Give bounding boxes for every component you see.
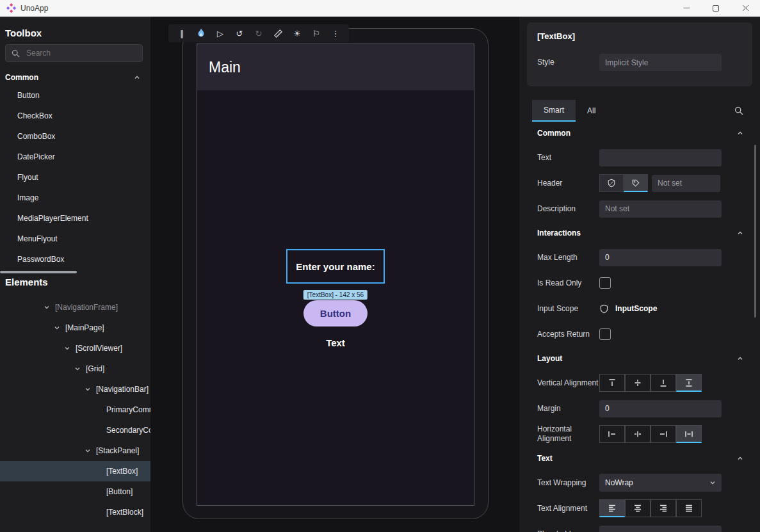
- chevron-down-icon[interactable]: [54, 325, 61, 331]
- tree-item-label: [ScrollViewer]: [76, 344, 122, 353]
- text-wrapping-dropdown[interactable]: NoWrap: [599, 474, 722, 492]
- header-input[interactable]: [652, 175, 720, 192]
- align-right-button[interactable]: [651, 425, 676, 443]
- header-tag-button[interactable]: [624, 174, 648, 192]
- margin-input[interactable]: [599, 400, 722, 417]
- play-icon[interactable]: ▷: [211, 24, 230, 42]
- text-align-justify-button[interactable]: [676, 499, 702, 517]
- text-align-center-button[interactable]: [625, 499, 651, 517]
- chevron-down-icon[interactable]: [85, 386, 92, 392]
- kebab-menu-icon[interactable]: ⋮: [326, 24, 345, 42]
- tab-smart[interactable]: Smart: [532, 100, 576, 122]
- design-surface[interactable]: Enter your name: [TextBox] - 142 x 56 Bu…: [197, 90, 474, 505]
- design-button[interactable]: Button: [303, 300, 368, 326]
- placeholder-row: Placeholder: [519, 521, 760, 532]
- tree-item-navigationframe[interactable]: [NavigationFrame]: [0, 297, 150, 318]
- align-vcenter-button[interactable]: [625, 374, 651, 392]
- tree-item-label: [Button]: [106, 487, 133, 496]
- toolbox-item-button[interactable]: Button: [0, 85, 150, 106]
- selected-element-card: [TextBox] Style: [527, 22, 752, 86]
- text-align-left-button[interactable]: [599, 499, 625, 517]
- placeholder-input[interactable]: [599, 526, 722, 532]
- phone-frame: Main Enter your name: [TextBox] - 142 x …: [182, 28, 489, 519]
- text-align-left-icon: [607, 503, 617, 513]
- undo-icon[interactable]: ↺: [230, 24, 249, 42]
- textbox-text: Enter your name:: [296, 261, 375, 272]
- chevron-up-icon: [737, 130, 743, 136]
- text-wrapping-row: Text Wrapping NoWrap: [519, 470, 760, 496]
- align-left-button[interactable]: [599, 425, 625, 443]
- text-input[interactable]: [599, 149, 722, 166]
- align-top-button[interactable]: [599, 374, 625, 392]
- toolbox-item-combobox[interactable]: ComboBox: [0, 126, 150, 147]
- text-align-right-button[interactable]: [651, 499, 676, 517]
- maximize-button[interactable]: [701, 0, 731, 16]
- tree-item-primarycommands[interactable]: PrimaryComm: [0, 399, 150, 420]
- section-common[interactable]: Common: [519, 122, 760, 145]
- align-vcenter-icon: [633, 378, 643, 388]
- minimize-button[interactable]: [672, 0, 701, 16]
- tree-item-scrollviewer[interactable]: [ScrollViewer]: [0, 338, 150, 359]
- theme-icon[interactable]: ☀: [287, 24, 307, 42]
- inspector-scrollbar[interactable]: [754, 145, 756, 318]
- align-hcenter-button[interactable]: [625, 425, 651, 443]
- flag-icon[interactable]: ⚐: [307, 24, 326, 42]
- shield-icon[interactable]: [599, 304, 609, 314]
- toolbox-search-box[interactable]: [5, 44, 143, 62]
- redo-icon[interactable]: ↻: [249, 24, 268, 42]
- drag-handle-icon[interactable]: ∥: [172, 24, 191, 42]
- tree-item-label: PrimaryComm: [106, 405, 150, 414]
- chevron-down-icon[interactable]: [85, 447, 92, 454]
- toolbox-item-flyout[interactable]: Flyout: [0, 167, 150, 188]
- tree-item-textblock[interactable]: [TextBlock]: [0, 502, 150, 522]
- tree-item-label: [NavigationBar]: [96, 385, 149, 394]
- toolbox-item-image[interactable]: Image: [0, 188, 150, 208]
- toolbox-item-menuflyout[interactable]: MenuFlyout: [0, 229, 150, 249]
- section-text[interactable]: Text: [519, 447, 760, 470]
- align-hstretch-button[interactable]: [676, 425, 702, 443]
- accepts-return-checkbox[interactable]: [599, 328, 611, 340]
- description-input[interactable]: [599, 200, 722, 218]
- tree-item-grid[interactable]: [Grid]: [0, 359, 150, 379]
- input-scope-value[interactable]: InputScope: [615, 304, 657, 313]
- align-vstretch-button[interactable]: [676, 374, 702, 392]
- chevron-down-icon[interactable]: [64, 345, 72, 351]
- tree-item-navigationbar[interactable]: [NavigationBar]: [0, 379, 150, 399]
- selected-textbox[interactable]: Enter your name:: [286, 249, 385, 284]
- search-input[interactable]: [25, 48, 136, 58]
- align-bottom-button[interactable]: [651, 374, 676, 392]
- tab-all[interactable]: All: [576, 100, 607, 122]
- max-length-input[interactable]: [599, 249, 722, 266]
- hot-reload-flame-icon[interactable]: [191, 24, 211, 42]
- tree-item-button[interactable]: [Button]: [0, 481, 150, 502]
- navigation-bar[interactable]: Main: [197, 44, 474, 90]
- input-scope-row: Input Scope InputScope: [519, 296, 760, 321]
- section-layout[interactable]: Layout: [519, 347, 760, 370]
- toolbox-item-datepicker[interactable]: DatePicker: [0, 147, 150, 167]
- inspector-search-icon[interactable]: [734, 106, 743, 115]
- toolbox-item-checkbox[interactable]: CheckBox: [0, 106, 150, 126]
- input-scope-label: Input Scope: [537, 304, 599, 314]
- selection-size-badge: [TextBox] - 142 x 56: [303, 290, 368, 300]
- tree-item-label: [Grid]: [86, 364, 104, 373]
- toolbox-item-mediaplayerelement[interactable]: MediaPlayerElement: [0, 208, 150, 229]
- style-input[interactable]: [599, 54, 722, 71]
- margin-label: Margin: [537, 404, 599, 414]
- tree-item-mainpage[interactable]: [MainPage]: [0, 318, 150, 338]
- chevron-down-icon[interactable]: [44, 304, 51, 310]
- text-align-justify-icon: [684, 503, 694, 513]
- header-shield-button[interactable]: [599, 174, 624, 192]
- read-only-checkbox[interactable]: [599, 277, 611, 289]
- tree-item-secondarycommands[interactable]: SecondaryCo: [0, 420, 150, 440]
- close-button[interactable]: [731, 0, 760, 16]
- design-textblock[interactable]: Text: [326, 337, 345, 348]
- toolbox-scrollbar[interactable]: [0, 271, 77, 273]
- section-interactions[interactable]: Interactions: [519, 222, 760, 245]
- ruler-icon[interactable]: [268, 24, 287, 42]
- chevron-up-icon: [737, 455, 743, 462]
- toolbox-section-common[interactable]: Common: [0, 70, 150, 85]
- toolbox-item-passwordbox[interactable]: PasswordBox: [0, 249, 150, 270]
- tree-item-stackpanel[interactable]: [StackPanel]: [0, 440, 150, 461]
- chevron-down-icon[interactable]: [74, 366, 82, 372]
- tree-item-textbox-selected[interactable]: [TextBox]: [0, 461, 150, 481]
